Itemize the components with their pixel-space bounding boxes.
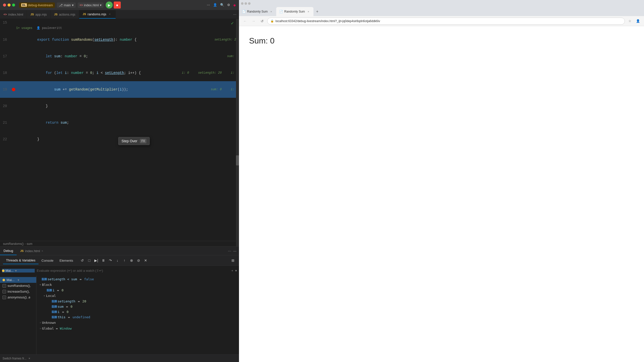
usages-label: 1+ usages	[16, 25, 32, 31]
js-file-icon-2: JS	[54, 13, 57, 16]
settings-icon[interactable]: ⚙	[227, 3, 230, 7]
step-out-icon[interactable]: ↑	[122, 257, 128, 263]
tab-console[interactable]: Console	[38, 257, 57, 264]
tab-app-mjs[interactable]: JS app.mjs	[27, 10, 51, 19]
step-into-icon[interactable]: ↓	[114, 257, 120, 263]
call-stack-item-main[interactable]: Mai... ▼	[0, 277, 36, 283]
debug-panel: Debug JS index.html × ⋯ — Threads & Vari…	[0, 246, 239, 362]
extension-icon[interactable]: ◈	[233, 3, 236, 7]
line-content-19: sum += getRandom(getMultiplier(i));	[16, 81, 206, 98]
tab-threads-variables[interactable]: Threads & Variables	[3, 257, 38, 264]
maximize-button[interactable]	[12, 4, 15, 7]
debug-tab-close[interactable]: ×	[42, 249, 43, 252]
project-label[interactable]: DL debug-livestream	[19, 3, 55, 8]
var-type-icon-1: 1:0	[42, 278, 46, 281]
line-content-17: let sum: number = 0;	[16, 48, 222, 65]
debug-tabs-row: Threads & Variables Console Elements	[3, 257, 76, 264]
close-exception-icon[interactable]: ⊘	[136, 257, 142, 263]
filter-down-icon[interactable]: ▼	[17, 279, 20, 282]
stop-debug-icon[interactable]: □	[86, 257, 92, 263]
var-name-sum: sum	[58, 305, 63, 308]
block-chevron-icon: ▾	[39, 283, 41, 286]
section-header-global[interactable]: › Global = Window	[36, 326, 239, 331]
browser-tab-2[interactable]: 📄 Randomly Sum ×	[276, 7, 313, 16]
tab-elements[interactable]: Elements	[57, 257, 76, 264]
back-button[interactable]: ←	[242, 18, 249, 25]
evaluate-chevron-icon[interactable]: ▾	[235, 269, 237, 273]
line-content-21: return sum;	[16, 114, 238, 131]
account-icon[interactable]: 👤	[213, 3, 217, 7]
gutter-19	[11, 88, 16, 91]
new-tab-button[interactable]: +	[313, 7, 321, 16]
breadcrumb-item-sumrandoms[interactable]: sumRandoms()	[3, 242, 24, 246]
evaluate-icons: + ▾	[231, 269, 237, 273]
code-line-17: 17 let sum: number = 0; sum: 0	[0, 48, 239, 65]
browser-tab-2-label: Randomly Sum	[284, 10, 305, 13]
line-number-18: 18	[1, 70, 11, 76]
browser-tab-2-close[interactable]: ×	[306, 10, 310, 14]
tab-close-randoms[interactable]: ×	[108, 12, 112, 16]
browser-tabs-bar: 📄 Randomly Sum × 📄 Randomly Sum × +	[239, 7, 644, 16]
address-bar[interactable]: 🔒 localhost:63342/debug-livestream/index…	[267, 18, 625, 25]
call-stack-mai[interactable]: Mai... ▼	[2, 269, 35, 273]
section-header-unknown[interactable]: › Unknown	[36, 320, 239, 326]
frame-icon-2: □	[3, 290, 6, 293]
address-text: localhost:63342/debug-livestream/index.h…	[275, 19, 622, 23]
minimize-button[interactable]	[8, 4, 11, 7]
browser-tab-1[interactable]: 📄 Randomly Sum ×	[239, 7, 276, 16]
section-header-block[interactable]: ▾ Block	[36, 282, 239, 288]
stop-button[interactable]: ■	[114, 2, 121, 9]
var-eq-sum: =	[66, 305, 68, 308]
step-over-icon[interactable]: ↷	[107, 257, 113, 263]
browser-tab-1-close[interactable]: ×	[269, 10, 273, 14]
switch-frames-close[interactable]: ×	[28, 357, 30, 360]
call-stack-item-sumrandoms[interactable]: □ sumRandoms(),	[0, 283, 36, 289]
section-header-local[interactable]: ▾ Local	[36, 293, 239, 299]
editor-tab-bar: <> index.html JS app.mjs JS actions.mjs …	[0, 10, 239, 19]
breakpoint-19[interactable]	[12, 88, 15, 91]
more-icon[interactable]: ⋯	[207, 3, 210, 7]
scrollbar-track[interactable]	[236, 19, 239, 246]
var-name-setlength: setLength	[58, 299, 75, 303]
restart-debug-icon[interactable]: ↺	[79, 257, 85, 263]
branch-name: main	[64, 3, 71, 7]
debug-tab-index-html[interactable]: JS index.html ×	[17, 247, 47, 255]
local-chevron-icon: ▾	[44, 294, 45, 297]
var-val-setlength: 20	[82, 299, 86, 303]
call-stack-item-anonymous[interactable]: □ anonymous(), a	[0, 294, 36, 300]
bookmark-icon[interactable]: ☆	[626, 18, 633, 25]
tab-index-html[interactable]: <> index.html	[0, 10, 27, 19]
tab-more-button[interactable]: ⋯	[231, 10, 239, 19]
refresh-button[interactable]: ↺	[259, 18, 266, 25]
continue-icon[interactable]: ▶|	[93, 257, 99, 263]
breadcrumb-item-sum[interactable]: sum	[27, 242, 32, 246]
profile-icon[interactable]: 👤	[634, 18, 641, 25]
call-stack-panel: Mai... ▼ □ sumRandoms(), □ increaseSum()…	[0, 276, 36, 354]
forward-button[interactable]: →	[250, 18, 257, 25]
scrollbar-thumb[interactable]	[236, 155, 239, 165]
tab-actions-mjs[interactable]: JS actions.mjs	[51, 10, 79, 19]
branch-selector[interactable]: ⎇ main ▾	[57, 3, 75, 8]
search-icon[interactable]: 🔍	[220, 3, 224, 7]
call-stack-anonymous-label: anonymous(), a	[8, 295, 30, 299]
tab-randoms-mjs[interactable]: JS randoms.mjs ×	[79, 10, 116, 19]
run-button[interactable]: ▶	[106, 2, 113, 9]
evaluate-input[interactable]	[37, 269, 229, 273]
add-watch-icon[interactable]: +	[231, 269, 233, 273]
var-item-sum: 1:0 sum = 0	[36, 304, 239, 309]
debug-more-icon[interactable]: ⋯	[228, 249, 231, 253]
disconnect-icon[interactable]: ⊗	[129, 257, 135, 263]
close-all-icon[interactable]: ✕	[143, 257, 149, 263]
debug-collapse-icon[interactable]: —	[233, 249, 236, 253]
debug-tab-debug[interactable]: Debug	[0, 247, 17, 255]
var-eq-i-local: =	[62, 310, 64, 314]
traffic-lights	[3, 4, 15, 7]
browser-tab-1-label: Randomly Sum	[247, 10, 268, 13]
close-button[interactable]	[3, 4, 6, 7]
layout-icon[interactable]: ⊞	[230, 257, 236, 263]
file-selector[interactable]: <> index.html ▾	[78, 3, 104, 8]
call-stack-item-increasesum[interactable]: □ increaseSum(),	[0, 289, 36, 294]
sum-display: Sum: 0	[249, 36, 634, 46]
pause-icon[interactable]: ⏸	[100, 257, 106, 263]
debug-main-tabs-bar: Threads & Variables Console Elements ↺ □…	[0, 255, 239, 265]
